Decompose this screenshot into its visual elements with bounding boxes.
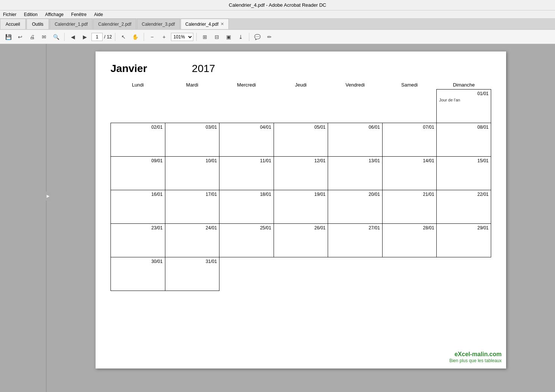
col-samedi: Samedi xyxy=(382,81,437,90)
highlight-button[interactable]: ✏ xyxy=(264,32,275,42)
pdf-page: Janvier 2017 Lundi Mardi Mercredi Jeudi … xyxy=(96,51,506,369)
calendar-row-3: 16/0117/0118/0119/0120/0121/0122/01 xyxy=(111,190,491,224)
toolbar-separator-3 xyxy=(144,33,144,41)
next-page-button[interactable]: ▶ xyxy=(79,32,90,42)
calendar-cell: 12/01 xyxy=(274,157,328,190)
toolbar-separator-5 xyxy=(249,33,249,41)
calendar-cell: 23/01 xyxy=(111,224,165,257)
title-text: Calendrier_4.pdf - Adobe Acrobat Reader … xyxy=(229,2,326,8)
back-button[interactable]: ↩ xyxy=(15,32,25,42)
zoom-out-button[interactable]: − xyxy=(147,32,158,42)
calendar-header-row: Lundi Mardi Mercredi Jeudi Vendredi Same… xyxy=(111,81,491,90)
tab-bar: Accueil Outils Calendrier_1.pdf Calendri… xyxy=(0,19,555,30)
tab-calendrier2[interactable]: Calendrier_2.pdf xyxy=(93,19,136,29)
calendar-cell: 02/01 xyxy=(111,123,165,157)
scroll-button[interactable]: ⤓ xyxy=(236,32,246,42)
calendar-cell: 17/01 xyxy=(165,190,219,224)
prev-page-button[interactable]: ◀ xyxy=(68,32,78,42)
tab-calendrier4[interactable]: Calendrier_4.pdf ✕ xyxy=(181,19,229,29)
calendar-year: 2017 xyxy=(192,63,215,75)
tab-calendrier1[interactable]: Calendrier_1.pdf xyxy=(50,19,93,29)
tab-calendrier3[interactable]: Calendrier_3.pdf xyxy=(137,19,180,29)
menu-aide[interactable]: Aide xyxy=(93,11,105,18)
calendar-cell: 04/01 xyxy=(219,123,274,157)
calendar-cell xyxy=(274,90,328,123)
calendar-cell: 05/01 xyxy=(274,123,328,157)
calendar-cell xyxy=(328,257,383,291)
calendar-cell xyxy=(165,90,219,123)
menu-edition[interactable]: Edition xyxy=(22,11,39,18)
comment-button[interactable]: 💬 xyxy=(252,32,263,42)
calendar-row-5: 30/0131/01 xyxy=(111,257,491,291)
branding: eXcel-malin.com Bien plus que les tablea… xyxy=(449,351,502,364)
zoom-select[interactable]: 101% 50% 75% 100% 125% 150% 200% xyxy=(171,33,193,41)
calendar-header: Janvier 2017 xyxy=(110,63,491,75)
print-button[interactable]: 🖨 xyxy=(27,32,37,42)
calendar-cell: 27/01 xyxy=(328,224,383,257)
calendar-cell: 11/01 xyxy=(219,157,274,190)
calendar-row-0: 01/01Jour de l'an xyxy=(111,90,491,123)
toolbar-separator-4 xyxy=(196,33,197,41)
col-jeudi: Jeudi xyxy=(274,81,328,90)
menu-fichier[interactable]: Fichier xyxy=(1,11,18,18)
calendar-cell: 03/01 xyxy=(165,123,219,157)
menu-affichage[interactable]: Affichage xyxy=(44,11,65,18)
page-total: 12 xyxy=(107,34,112,40)
calendar-cell xyxy=(219,257,274,291)
col-dimanche: Dimanche xyxy=(437,81,491,90)
calendar-cell xyxy=(274,257,328,291)
calendar-cell xyxy=(437,257,491,291)
calendar-cell: 28/01 xyxy=(382,224,437,257)
zoom-in-button[interactable]: + xyxy=(159,32,169,42)
select-tool-button[interactable]: ↖ xyxy=(118,32,129,42)
tab-outils[interactable]: Outils xyxy=(26,19,49,29)
menu-fenetre[interactable]: Fenêtre xyxy=(70,11,88,18)
collapse-panel-button[interactable]: ▶ xyxy=(46,192,51,201)
calendar-cell: 31/01 xyxy=(165,257,219,291)
calendar-cell: 14/01 xyxy=(382,157,437,190)
calendar-cell: 18/01 xyxy=(219,190,274,224)
page-current-input[interactable] xyxy=(91,33,103,41)
calendar-cell xyxy=(382,90,437,123)
page-separator: / xyxy=(104,34,105,40)
calendar-cell: 16/01 xyxy=(111,190,165,224)
left-panel xyxy=(0,44,47,392)
menu-bar: Fichier Edition Affichage Fenêtre Aide xyxy=(0,10,555,19)
calendar-cell: 26/01 xyxy=(274,224,328,257)
calendar-table: Lundi Mardi Mercredi Jeudi Vendredi Same… xyxy=(110,81,491,291)
toolbar-separator-2 xyxy=(115,33,115,41)
calendar-cell: 01/01Jour de l'an xyxy=(437,90,491,123)
hand-tool-button[interactable]: ✋ xyxy=(130,32,141,42)
tab-accueil[interactable]: Accueil xyxy=(0,19,26,29)
calendar-cell: 20/01 xyxy=(328,190,383,224)
calendar-cell: 22/01 xyxy=(437,190,491,224)
main-area: ▶ Janvier 2017 Lundi Mardi Mercredi Jeud… xyxy=(0,44,555,392)
calendar-cell: 25/01 xyxy=(219,224,274,257)
col-lundi: Lundi xyxy=(111,81,165,90)
mail-button[interactable]: ✉ xyxy=(39,32,49,42)
calendar-cell: 21/01 xyxy=(382,190,437,224)
brand-line1: eXcel-malin.com xyxy=(449,351,502,358)
calendar-cell: 30/01 xyxy=(111,257,165,291)
fit-page-button[interactable]: ⊞ xyxy=(200,32,210,42)
calendar-row-2: 09/0110/0111/0112/0113/0114/0115/01 xyxy=(111,157,491,190)
title-bar: Calendrier_4.pdf - Adobe Acrobat Reader … xyxy=(0,0,555,10)
calendar-month: Janvier xyxy=(110,63,147,75)
calendar-cell xyxy=(219,90,274,123)
calendar-cell: 29/01 xyxy=(437,224,491,257)
calendar-cell: 07/01 xyxy=(382,123,437,157)
save-button[interactable]: 💾 xyxy=(3,32,13,42)
calendar-body: 01/01Jour de l'an02/0103/0104/0105/0106/… xyxy=(111,90,491,291)
calendar-cell xyxy=(382,257,437,291)
calendar-cell: 06/01 xyxy=(328,123,383,157)
col-mercredi: Mercredi xyxy=(219,81,274,90)
fit-width-button[interactable]: ⊟ xyxy=(212,32,222,42)
calendar-row-4: 23/0124/0125/0126/0127/0128/0129/01 xyxy=(111,224,491,257)
page-area[interactable]: Janvier 2017 Lundi Mardi Mercredi Jeudi … xyxy=(47,44,555,392)
toolbar-separator-1 xyxy=(64,33,65,41)
page-nav: / 12 xyxy=(91,33,112,41)
calendar-cell xyxy=(111,90,165,123)
view-mode-button[interactable]: ▣ xyxy=(224,32,234,42)
close-tab-icon[interactable]: ✕ xyxy=(221,22,224,26)
search-button[interactable]: 🔍 xyxy=(51,32,61,42)
